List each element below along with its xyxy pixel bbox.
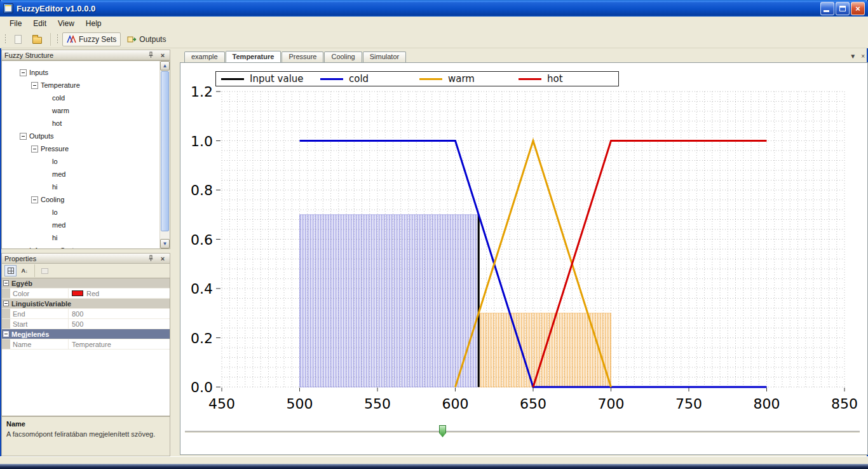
legend-line-sample bbox=[519, 78, 541, 80]
tab-simulator[interactable]: Simulator bbox=[363, 51, 406, 62]
x-tick-label: 850 bbox=[831, 396, 858, 412]
property-row-end[interactable]: End800 bbox=[2, 309, 170, 319]
status-bar bbox=[0, 456, 868, 464]
property-category-megjelen-s[interactable]: Megjelenés bbox=[2, 329, 170, 339]
property-help-text: A facsomópont feliratában megjelenített … bbox=[6, 430, 165, 438]
menu-file[interactable]: File bbox=[4, 17, 27, 30]
category-label: LinguisticVariable bbox=[11, 300, 71, 308]
tab-scroll-icon[interactable]: ▼ bbox=[850, 53, 856, 60]
tree-item-hi[interactable]: hi bbox=[2, 231, 170, 244]
property-row-name[interactable]: NameTemperature bbox=[2, 339, 170, 350]
category-label: Megjelenés bbox=[11, 330, 49, 338]
title-bar: FuzzyEditor v1.0.0.0 × bbox=[0, 0, 868, 17]
menu-help[interactable]: Help bbox=[80, 17, 107, 30]
tree-expander-icon[interactable] bbox=[31, 82, 38, 89]
legend-line-sample bbox=[419, 78, 442, 80]
toolbar-separator bbox=[50, 33, 51, 46]
scroll-down-icon[interactable]: ▼ bbox=[160, 239, 170, 248]
tab-close-icon[interactable]: × bbox=[861, 53, 865, 60]
color-swatch bbox=[72, 290, 83, 296]
tree-item-inference-system[interactable]: Inference System bbox=[2, 244, 170, 249]
scrollbar-thumb[interactable] bbox=[161, 71, 169, 231]
tree-expander-icon[interactable] bbox=[20, 69, 27, 76]
tree-item-cold[interactable]: cold bbox=[2, 92, 170, 104]
tree-item-lo[interactable]: lo bbox=[2, 155, 170, 168]
legend-item-warm: warm bbox=[419, 73, 519, 85]
tree-item-hot[interactable]: hot bbox=[2, 117, 170, 130]
alphabetical-button[interactable]: A↓ bbox=[18, 265, 31, 276]
tree-item-pressure[interactable]: Pressure bbox=[2, 142, 170, 155]
scroll-up-icon[interactable]: ▲ bbox=[160, 61, 170, 71]
tree-item-label: Temperature bbox=[41, 81, 80, 89]
tree-expander-icon[interactable] bbox=[31, 146, 38, 153]
legend-label: Input value bbox=[250, 73, 304, 85]
toolbar-grip[interactable] bbox=[4, 34, 6, 44]
property-value-text: Red bbox=[86, 290, 99, 297]
region-cold-activation bbox=[300, 215, 479, 387]
minimize-button[interactable] bbox=[820, 2, 834, 15]
tab-example[interactable]: example bbox=[184, 51, 225, 62]
property-value[interactable]: 800 bbox=[69, 309, 170, 318]
property-value[interactable]: Red bbox=[69, 289, 170, 298]
input-slider-track[interactable] bbox=[185, 431, 860, 433]
tree-scrollbar[interactable]: ▲ ▼ bbox=[159, 61, 170, 248]
tree-item-label: Inference System bbox=[29, 247, 84, 249]
y-tick-label: 0.8 bbox=[191, 182, 213, 198]
tree-item-label: cold bbox=[52, 94, 65, 102]
category-collapse-icon[interactable] bbox=[3, 280, 9, 286]
new-file-icon bbox=[15, 35, 22, 44]
tree-item-outputs[interactable]: Outputs bbox=[2, 130, 170, 142]
property-category-linguisticvariable[interactable]: LinguisticVariable bbox=[2, 299, 170, 309]
input-slider-thumb[interactable] bbox=[439, 425, 446, 437]
tree-item-warm[interactable]: warm bbox=[2, 104, 170, 117]
property-value[interactable]: 500 bbox=[69, 319, 170, 329]
categorized-button[interactable] bbox=[4, 265, 17, 276]
tree-item-inputs[interactable]: Inputs bbox=[2, 66, 170, 79]
maximize-button[interactable] bbox=[836, 2, 850, 15]
tab-cooling[interactable]: Cooling bbox=[324, 51, 362, 62]
app-icon bbox=[3, 3, 13, 13]
toolbar-grip[interactable] bbox=[57, 34, 58, 44]
y-tick-label: 0.2 bbox=[191, 330, 213, 346]
property-category-egy-b[interactable]: Egyéb bbox=[2, 278, 170, 289]
tree-expander-icon[interactable] bbox=[31, 196, 38, 203]
category-collapse-icon[interactable] bbox=[3, 331, 9, 337]
outputs-icon bbox=[127, 35, 137, 43]
y-tick-label: 0.4 bbox=[191, 281, 213, 297]
fuzzy-structure-title: Fuzzy Structure bbox=[4, 51, 143, 59]
sort-az-icon: A↓ bbox=[22, 268, 28, 274]
tree-item-hi[interactable]: hi bbox=[2, 180, 170, 193]
tree-item-label: hi bbox=[52, 234, 58, 241]
tree-item-label: lo bbox=[52, 158, 58, 165]
x-tick-label: 800 bbox=[754, 396, 780, 412]
close-panel-icon[interactable]: × bbox=[158, 254, 167, 262]
close-button[interactable]: × bbox=[851, 2, 865, 15]
property-value-text: 800 bbox=[72, 310, 83, 318]
tree-item-lo[interactable]: lo bbox=[2, 206, 170, 219]
tab-temperature[interactable]: Temperature bbox=[226, 51, 281, 62]
menu-edit[interactable]: Edit bbox=[27, 17, 52, 30]
tree-item-label: med bbox=[52, 170, 65, 178]
open-folder-icon bbox=[32, 37, 42, 44]
fuzzy-sets-button[interactable]: Fuzzy Sets bbox=[62, 32, 121, 46]
main-toolbar: Fuzzy Sets Outputs bbox=[0, 31, 868, 48]
new-button[interactable] bbox=[10, 32, 26, 46]
tree-item-med[interactable]: med bbox=[2, 168, 170, 180]
tab-pressure[interactable]: Pressure bbox=[281, 51, 323, 62]
pin-icon[interactable] bbox=[146, 51, 155, 59]
menu-view[interactable]: View bbox=[52, 17, 80, 30]
property-row-start[interactable]: Start500 bbox=[2, 319, 170, 329]
category-label: Egyéb bbox=[11, 280, 32, 287]
property-value[interactable]: Temperature bbox=[69, 339, 170, 349]
property-row-color[interactable]: ColorRed bbox=[2, 289, 170, 299]
category-collapse-icon[interactable] bbox=[3, 301, 9, 306]
tree-item-cooling[interactable]: Cooling bbox=[2, 193, 170, 206]
tree-expander-icon[interactable] bbox=[20, 133, 27, 140]
outputs-button[interactable]: Outputs bbox=[123, 32, 170, 46]
tree-item-med[interactable]: med bbox=[2, 219, 170, 231]
property-pages-button[interactable] bbox=[39, 265, 51, 276]
close-panel-icon[interactable]: × bbox=[158, 51, 167, 59]
open-button[interactable] bbox=[28, 32, 46, 46]
pin-icon[interactable] bbox=[146, 254, 155, 262]
tree-item-temperature[interactable]: Temperature bbox=[2, 79, 170, 92]
